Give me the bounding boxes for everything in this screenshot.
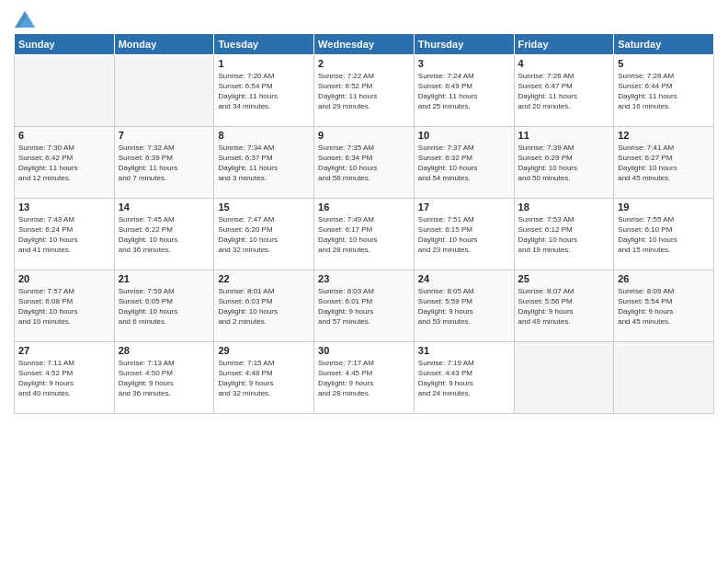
day-number: 14 — [119, 201, 210, 213]
day-info: Sunrise: 8:09 AM Sunset: 5:54 PM Dayligh… — [618, 286, 710, 327]
day-info: Sunrise: 7:53 AM Sunset: 6:12 PM Dayligh… — [518, 214, 610, 256]
day-number: 18 — [518, 201, 610, 213]
calendar-cell: 21Sunrise: 7:59 AM Sunset: 6:05 PM Dayli… — [114, 270, 214, 341]
day-number: 10 — [418, 130, 510, 141]
calendar-cell: 12Sunrise: 7:41 AM Sunset: 6:27 PM Dayli… — [614, 126, 714, 198]
day-info: Sunrise: 7:32 AM Sunset: 6:39 PM Dayligh… — [119, 143, 210, 184]
day-number: 28 — [119, 345, 210, 356]
calendar-cell: 23Sunrise: 8:03 AM Sunset: 6:01 PM Dayli… — [314, 270, 415, 341]
day-number: 25 — [518, 273, 610, 284]
calendar-cell — [15, 54, 115, 126]
calendar-cell: 4Sunrise: 7:26 AM Sunset: 6:47 PM Daylig… — [514, 54, 614, 126]
day-number: 16 — [318, 201, 410, 213]
calendar-cell: 3Sunrise: 7:24 AM Sunset: 6:49 PM Daylig… — [414, 54, 514, 126]
day-of-week-header: Tuesday — [214, 33, 314, 54]
day-number: 22 — [218, 273, 310, 284]
calendar-cell: 30Sunrise: 7:17 AM Sunset: 4:45 PM Dayli… — [314, 341, 415, 413]
day-info: Sunrise: 7:57 AM Sunset: 6:08 PM Dayligh… — [18, 286, 110, 327]
day-number: 1 — [218, 58, 310, 69]
calendar-table: SundayMondayTuesdayWednesdayThursdayFrid… — [14, 33, 714, 414]
day-info: Sunrise: 7:26 AM Sunset: 6:47 PM Dayligh… — [518, 71, 610, 112]
calendar-cell: 24Sunrise: 8:05 AM Sunset: 5:59 PM Dayli… — [414, 270, 514, 341]
calendar-cell: 9Sunrise: 7:35 AM Sunset: 6:34 PM Daylig… — [314, 126, 415, 198]
day-of-week-header: Saturday — [614, 33, 714, 54]
day-info: Sunrise: 7:35 AM Sunset: 6:34 PM Dayligh… — [318, 143, 410, 184]
day-info: Sunrise: 7:17 AM Sunset: 4:45 PM Dayligh… — [318, 358, 410, 399]
day-number: 5 — [618, 58, 710, 69]
calendar-cell — [514, 341, 614, 413]
header — [14, 9, 714, 26]
day-info: Sunrise: 7:19 AM Sunset: 4:43 PM Dayligh… — [418, 358, 510, 399]
day-info: Sunrise: 7:13 AM Sunset: 4:50 PM Dayligh… — [119, 358, 210, 399]
day-number: 26 — [618, 273, 710, 284]
day-of-week-header: Sunday — [15, 33, 115, 54]
day-number: 20 — [18, 273, 110, 284]
day-info: Sunrise: 7:34 AM Sunset: 6:37 PM Dayligh… — [218, 143, 310, 184]
day-info: Sunrise: 8:05 AM Sunset: 5:59 PM Dayligh… — [418, 286, 510, 327]
calendar-cell: 5Sunrise: 7:28 AM Sunset: 6:44 PM Daylig… — [614, 54, 714, 126]
day-info: Sunrise: 7:47 AM Sunset: 6:20 PM Dayligh… — [218, 214, 310, 256]
day-info: Sunrise: 7:49 AM Sunset: 6:17 PM Dayligh… — [318, 214, 410, 256]
calendar-cell: 25Sunrise: 8:07 AM Sunset: 5:56 PM Dayli… — [514, 270, 614, 341]
calendar-week-row: 20Sunrise: 7:57 AM Sunset: 6:08 PM Dayli… — [15, 270, 714, 341]
day-of-week-header: Friday — [514, 33, 614, 54]
calendar-cell: 1Sunrise: 7:20 AM Sunset: 6:54 PM Daylig… — [214, 54, 314, 126]
calendar-cell: 31Sunrise: 7:19 AM Sunset: 4:43 PM Dayli… — [414, 341, 514, 413]
calendar-cell: 18Sunrise: 7:53 AM Sunset: 6:12 PM Dayli… — [514, 198, 614, 270]
calendar-container: SundayMondayTuesdayWednesdayThursdayFrid… — [0, 0, 728, 563]
day-of-week-header: Thursday — [414, 33, 514, 54]
calendar-cell: 7Sunrise: 7:32 AM Sunset: 6:39 PM Daylig… — [114, 126, 214, 198]
day-info: Sunrise: 7:15 AM Sunset: 4:48 PM Dayligh… — [218, 358, 310, 399]
day-number: 29 — [218, 345, 310, 356]
day-number: 31 — [418, 345, 510, 356]
day-info: Sunrise: 8:01 AM Sunset: 6:03 PM Dayligh… — [218, 286, 310, 327]
day-info: Sunrise: 8:03 AM Sunset: 6:01 PM Dayligh… — [318, 286, 410, 327]
calendar-cell: 28Sunrise: 7:13 AM Sunset: 4:50 PM Dayli… — [114, 341, 214, 413]
day-info: Sunrise: 7:28 AM Sunset: 6:44 PM Dayligh… — [618, 71, 710, 112]
day-info: Sunrise: 7:22 AM Sunset: 6:52 PM Dayligh… — [318, 71, 410, 112]
day-number: 3 — [418, 58, 510, 69]
calendar-cell: 27Sunrise: 7:11 AM Sunset: 4:52 PM Dayli… — [15, 341, 115, 413]
day-info: Sunrise: 7:59 AM Sunset: 6:05 PM Dayligh… — [119, 286, 210, 327]
day-of-week-header: Wednesday — [314, 33, 415, 54]
day-info: Sunrise: 7:20 AM Sunset: 6:54 PM Dayligh… — [218, 71, 310, 112]
calendar-week-row: 6Sunrise: 7:30 AM Sunset: 6:42 PM Daylig… — [15, 126, 714, 198]
calendar-cell: 20Sunrise: 7:57 AM Sunset: 6:08 PM Dayli… — [15, 270, 115, 341]
day-number: 12 — [618, 130, 710, 141]
day-info: Sunrise: 7:39 AM Sunset: 6:29 PM Dayligh… — [518, 143, 610, 184]
calendar-week-row: 13Sunrise: 7:43 AM Sunset: 6:24 PM Dayli… — [15, 198, 714, 270]
calendar-cell: 13Sunrise: 7:43 AM Sunset: 6:24 PM Dayli… — [15, 198, 115, 270]
calendar-cell: 26Sunrise: 8:09 AM Sunset: 5:54 PM Dayli… — [614, 270, 714, 341]
calendar-cell — [114, 54, 214, 126]
day-number: 15 — [218, 201, 310, 213]
calendar-cell: 29Sunrise: 7:15 AM Sunset: 4:48 PM Dayli… — [214, 341, 314, 413]
logo — [14, 9, 35, 26]
calendar-body: 1Sunrise: 7:20 AM Sunset: 6:54 PM Daylig… — [15, 54, 714, 413]
day-info: Sunrise: 8:07 AM Sunset: 5:56 PM Dayligh… — [518, 286, 610, 327]
day-info: Sunrise: 7:11 AM Sunset: 4:52 PM Dayligh… — [18, 358, 110, 399]
day-number: 30 — [318, 345, 410, 356]
day-number: 7 — [119, 130, 210, 141]
calendar-cell — [614, 341, 714, 413]
day-number: 8 — [218, 130, 310, 141]
day-number: 9 — [318, 130, 410, 141]
calendar-cell: 19Sunrise: 7:55 AM Sunset: 6:10 PM Dayli… — [614, 198, 714, 270]
day-info: Sunrise: 7:30 AM Sunset: 6:42 PM Dayligh… — [18, 143, 110, 184]
calendar-cell: 11Sunrise: 7:39 AM Sunset: 6:29 PM Dayli… — [514, 126, 614, 198]
day-number: 24 — [418, 273, 510, 284]
day-number: 13 — [18, 201, 110, 213]
calendar-week-row: 27Sunrise: 7:11 AM Sunset: 4:52 PM Dayli… — [15, 341, 714, 413]
calendar-cell: 10Sunrise: 7:37 AM Sunset: 6:32 PM Dayli… — [414, 126, 514, 198]
day-number: 23 — [318, 273, 410, 284]
day-info: Sunrise: 7:45 AM Sunset: 6:22 PM Dayligh… — [119, 214, 210, 256]
calendar-cell: 6Sunrise: 7:30 AM Sunset: 6:42 PM Daylig… — [15, 126, 115, 198]
calendar-cell: 2Sunrise: 7:22 AM Sunset: 6:52 PM Daylig… — [314, 54, 415, 126]
day-info: Sunrise: 7:24 AM Sunset: 6:49 PM Dayligh… — [418, 71, 510, 112]
logo-icon — [15, 11, 35, 28]
calendar-cell: 8Sunrise: 7:34 AM Sunset: 6:37 PM Daylig… — [214, 126, 314, 198]
calendar-cell: 14Sunrise: 7:45 AM Sunset: 6:22 PM Dayli… — [114, 198, 214, 270]
day-number: 4 — [518, 58, 610, 69]
calendar-cell: 22Sunrise: 8:01 AM Sunset: 6:03 PM Dayli… — [214, 270, 314, 341]
calendar-cell: 15Sunrise: 7:47 AM Sunset: 6:20 PM Dayli… — [214, 198, 314, 270]
days-header-row: SundayMondayTuesdayWednesdayThursdayFrid… — [15, 33, 714, 54]
